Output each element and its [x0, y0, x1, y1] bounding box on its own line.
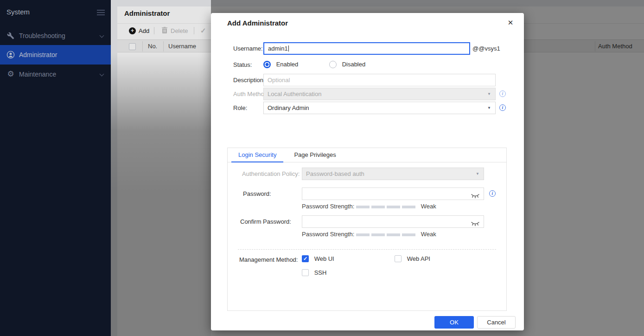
checkbox-checked-icon: ✓: [302, 255, 309, 262]
strength-value: Weak: [421, 231, 436, 238]
auth-policy-label: Authentication Policy:: [242, 170, 300, 177]
sidebar-item-label: Maintenance: [19, 71, 56, 78]
cancel-button[interactable]: Cancel: [477, 316, 516, 329]
text-cursor: [288, 45, 289, 52]
app-window: System Troubleshooting Administrator ⚙ M…: [0, 0, 644, 336]
role-value: Ordinary Admin: [268, 104, 309, 111]
role-label: Role:: [233, 104, 247, 111]
radio-label: Disabled: [342, 61, 366, 68]
strength-label: Password Strength:: [302, 203, 354, 210]
tab-panel: Login Security Page Privileges Authentic…: [227, 148, 507, 311]
password-label: Password:: [243, 190, 271, 197]
sidebar-item-troubleshooting[interactable]: Troubleshooting: [0, 26, 111, 45]
radio-selected-icon: [263, 61, 271, 68]
strength-segment: [356, 233, 370, 236]
checkbox-label: SSH: [314, 269, 327, 276]
tab-bar: Login Security Page Privileges: [228, 148, 506, 162]
info-icon[interactable]: i: [499, 90, 506, 97]
dropdown-caret-icon: ▼: [476, 168, 479, 180]
checkbox-web-ui[interactable]: ✓ Web UI: [302, 255, 334, 262]
modal-overlay: [111, 52, 211, 336]
strength-segment: [371, 233, 385, 236]
add-administrator-dialog: Add Administrator ✕ Username: admin1 @@v…: [211, 13, 524, 330]
dropdown-caret-icon: ▼: [487, 102, 491, 114]
auth-policy-value: Password-based auth: [306, 170, 364, 177]
checkbox-unchecked-icon: [302, 269, 309, 276]
strength-segment: [356, 206, 370, 208]
auth-method-value: Local Authentication: [268, 90, 321, 97]
chevron-down-icon: [100, 33, 104, 38]
sidebar-item-administrator[interactable]: Administrator: [0, 45, 111, 65]
password-strength-row: Password Strength: Weak: [302, 203, 436, 209]
dashed-divider: [238, 249, 496, 250]
confirm-password-input[interactable]: [302, 215, 484, 228]
password-input[interactable]: [302, 187, 484, 200]
eye-closed-icon[interactable]: [471, 219, 480, 231]
strength-segment: [387, 233, 400, 236]
status-radio-enabled[interactable]: Enabled: [263, 60, 298, 68]
dialog-title: Add Administrator: [227, 19, 288, 27]
checkbox-unchecked-icon: [395, 255, 402, 262]
strength-value: Weak: [421, 203, 436, 210]
checkbox-label: Web UI: [314, 255, 334, 262]
confirm-password-label: Confirm Password:: [240, 218, 291, 225]
info-icon[interactable]: i: [489, 190, 496, 197]
sidebar: System Troubleshooting Administrator ⚙ M…: [0, 0, 111, 336]
wrench-icon: [6, 32, 15, 40]
sidebar-item-label: Administrator: [19, 51, 57, 58]
collapse-menu-icon[interactable]: [97, 10, 105, 15]
eye-closed-icon[interactable]: [471, 191, 480, 203]
sidebar-item-label: Troubleshooting: [19, 32, 65, 39]
radio-label: Enabled: [276, 61, 299, 68]
radio-unselected-icon: [329, 61, 337, 68]
description-placeholder: Optional: [268, 77, 290, 84]
strength-segment: [402, 233, 415, 236]
ok-button[interactable]: OK: [434, 316, 474, 329]
auth-method-select: Local Authentication ▼: [263, 88, 496, 100]
tab-login-security[interactable]: Login Security: [231, 148, 283, 162]
status-label: Status:: [233, 61, 252, 68]
modal-overlay: [111, 0, 211, 52]
sidebar-title: System: [6, 8, 30, 16]
checkbox-ssh[interactable]: SSH: [302, 269, 326, 276]
checkbox-web-api[interactable]: Web API: [395, 255, 430, 262]
strength-label: Password Strength:: [302, 231, 354, 238]
strength-segment: [387, 206, 400, 208]
sidebar-item-maintenance[interactable]: ⚙ Maintenance: [0, 65, 111, 84]
role-select[interactable]: Ordinary Admin ▼: [263, 102, 496, 114]
gear-icon: ⚙: [6, 70, 15, 78]
description-label: Description:: [233, 77, 265, 84]
tab-page-privileges[interactable]: Page Privileges: [287, 148, 343, 162]
info-icon[interactable]: i: [499, 104, 506, 111]
vsys-suffix: @@vsys1: [472, 45, 500, 52]
person-icon: [6, 51, 15, 59]
close-icon[interactable]: ✕: [506, 18, 515, 27]
auth-policy-select: Password-based auth ▼: [302, 168, 484, 180]
dropdown-caret-icon: ▼: [487, 88, 491, 100]
username-label: Username:: [233, 45, 263, 52]
strength-segment: [371, 206, 385, 208]
status-radio-disabled[interactable]: Disabled: [329, 60, 365, 68]
username-value: admin1: [268, 45, 288, 52]
strength-segment: [402, 206, 415, 208]
chevron-down-icon: [100, 72, 104, 77]
management-method-label: Management Method:: [239, 256, 298, 263]
password-strength-row: Password Strength: Weak: [302, 231, 436, 237]
checkbox-label: Web API: [407, 255, 430, 262]
username-input[interactable]: admin1: [263, 42, 470, 55]
description-input[interactable]: Optional: [263, 74, 496, 86]
